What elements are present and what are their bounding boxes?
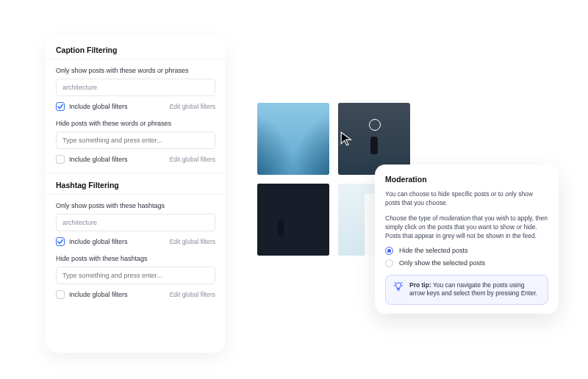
post-thumbnail[interactable]	[257, 184, 329, 256]
caption-show-include-label: Include global filters	[69, 103, 128, 110]
hashtag-show-label: Only show posts with these hashtags	[56, 202, 215, 209]
moderation-option-hide[interactable]: Hide the selected posts	[385, 247, 548, 255]
caption-show-edit-link[interactable]: Edit global filters	[170, 103, 215, 110]
divider	[46, 59, 226, 59]
caption-hide-input[interactable]	[56, 131, 215, 149]
caption-hide-include-label: Include global filters	[69, 156, 128, 163]
hashtag-hide-include-label: Include global filters	[69, 291, 128, 298]
caption-show-label: Only show posts with these words or phra…	[56, 67, 215, 74]
pro-tip-callout: Pro tip: You can navigate the posts usin…	[385, 275, 548, 306]
hashtag-show-input[interactable]	[56, 214, 215, 231]
radio-button[interactable]	[385, 259, 393, 267]
hashtag-hide-input[interactable]	[56, 267, 215, 284]
moderation-option-show[interactable]: Only show the selected posts	[385, 259, 548, 267]
hashtag-hide-label: Hide posts with these hashtags	[56, 255, 215, 262]
caption-hide-edit-link[interactable]: Edit global filters	[170, 156, 215, 163]
hashtag-show-include-checkbox[interactable]	[56, 237, 65, 246]
divider	[46, 194, 226, 195]
check-icon	[57, 239, 63, 245]
post-thumbnail[interactable]	[257, 103, 329, 175]
radio-label: Hide the selected posts	[399, 247, 468, 254]
caption-filtering-heading: Caption Filtering	[56, 46, 215, 54]
muted-overlay	[257, 184, 329, 256]
moderation-heading: Moderation	[385, 175, 548, 184]
selection-ring-icon	[369, 119, 381, 131]
hashtag-show-edit-link[interactable]: Edit global filters	[170, 238, 215, 245]
hashtag-show-include-label: Include global filters	[69, 238, 128, 245]
radio-button[interactable]	[385, 247, 393, 255]
moderation-panel: Moderation You can choose to hide specif…	[375, 165, 559, 314]
pro-tip-text: Pro tip: You can navigate the posts usin…	[409, 281, 540, 299]
hashtag-hide-include-checkbox[interactable]	[56, 290, 65, 299]
filter-settings-panel: Caption Filtering Only show posts with t…	[46, 35, 226, 353]
lightbulb-icon	[393, 281, 404, 292]
moderation-description-1: You can choose to hide specific posts or…	[385, 190, 548, 208]
caption-show-include-checkbox[interactable]	[56, 102, 65, 111]
divider	[46, 173, 226, 173]
hashtag-filtering-heading: Hashtag Filtering	[56, 181, 215, 190]
caption-hide-label: Hide posts with these words or phrases	[56, 120, 215, 127]
check-icon	[57, 104, 63, 109]
moderation-description-2: Choose the type of moderation that you w…	[385, 214, 548, 241]
pro-tip-prefix: Pro tip:	[409, 281, 431, 289]
caption-show-input[interactable]	[56, 79, 215, 96]
hashtag-hide-edit-link[interactable]: Edit global filters	[170, 291, 215, 298]
caption-hide-include-checkbox[interactable]	[56, 155, 65, 164]
radio-label: Only show the selected posts	[399, 259, 485, 267]
